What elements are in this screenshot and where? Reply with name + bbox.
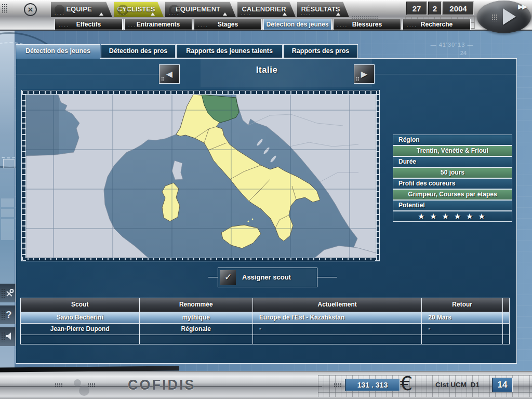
decor-bubble	[79, 385, 89, 396]
header-return: Retour	[422, 298, 503, 312]
previous-country-button[interactable]: ◀	[159, 64, 180, 84]
map-ruler-top	[22, 91, 379, 95]
coord-number: 24	[443, 49, 467, 57]
speaker-icon	[5, 331, 13, 341]
button-dots: ····	[406, 25, 417, 29]
tab-detection-des-pros[interactable]: Détection des pros	[101, 44, 176, 58]
nav-tab-cyclistes[interactable]: CYCLISTES ····	[114, 2, 164, 17]
date-year[interactable]: 2004	[443, 2, 474, 15]
drag-dots	[1, 310, 5, 320]
table-row[interactable]: Jean-Pierre Dupond Régionale - -	[21, 324, 509, 335]
toolbar-detection-des-jeunes[interactable]: Détection des jeunes ····	[263, 19, 331, 30]
table-header-row: Scout Renommée Actuellement Retour	[21, 298, 509, 312]
tools-icon	[5, 288, 14, 297]
info-value-region: Trentin, Vénétie & Frioul	[393, 145, 512, 156]
main-nav-tabs: EQUIPE ···· CYCLISTES ···· EQUIPEMENT ··…	[51, 2, 349, 17]
date-day[interactable]: 27	[406, 2, 427, 15]
euro-icon: €	[400, 372, 413, 395]
toolbar-stages[interactable]: Stages ····	[194, 19, 262, 30]
strip-decor	[1, 209, 14, 217]
info-label-profile: Profil des coureurs	[393, 178, 512, 189]
decor-dots	[55, 383, 63, 388]
scouting-map[interactable]	[21, 90, 380, 261]
close-button[interactable]: ×	[24, 3, 37, 16]
header-renown: Renommée	[140, 298, 254, 312]
drag-dots	[2, 4, 8, 13]
decor-dots	[334, 383, 342, 388]
button-dots	[491, 14, 497, 21]
tab-dots: ····	[54, 12, 65, 17]
scouts-table: Scout Renommée Actuellement Retour Savio…	[20, 298, 510, 344]
scrollbar-track[interactable]	[503, 298, 509, 312]
nav-tab-label: EQUIPEMENT	[176, 5, 220, 13]
tab-marker	[151, 12, 155, 16]
scrollbar-track[interactable]	[503, 335, 509, 344]
check-icon: ✓	[220, 270, 236, 285]
options-button[interactable]	[0, 284, 16, 302]
toolbar-blessures[interactable]: Blessures ····	[333, 19, 401, 30]
region-sardinia[interactable]	[162, 183, 180, 221]
tab-dots: ····	[168, 12, 179, 17]
assign-scout-label: Assigner scout	[242, 268, 317, 287]
next-country-button[interactable]: ▶	[354, 64, 375, 84]
main-panel: Italie ◀ ▶	[16, 58, 517, 364]
nav-tab-label: CALENDRIER	[242, 5, 286, 13]
decor-line	[208, 277, 218, 277]
toolbar-effectifs[interactable]: Effectifs ····	[55, 19, 123, 30]
map-ruler-left	[22, 90, 26, 261]
budget-display: 131 . 313	[345, 379, 400, 391]
date-month[interactable]: 2	[428, 2, 442, 15]
cell-current: Europe de l'Est - Kazahkstan	[253, 312, 422, 323]
table-row-empty	[21, 335, 509, 344]
potential-stars-rating: ★ ★ ★ ★ ★ ★	[393, 211, 512, 222]
fast-forward-button[interactable]: ▶▶	[518, 3, 526, 10]
ranking-position: 14	[492, 378, 513, 392]
cell-scout: Savio Becherini	[21, 312, 140, 323]
nav-tab-equipe[interactable]: EQUIPE ····	[51, 2, 112, 17]
drag-dots	[1, 332, 5, 341]
nav-tab-equipement[interactable]: EQUIPEMENT ····	[165, 2, 236, 17]
sound-button[interactable]	[0, 327, 16, 346]
toolbar-label: Blessures	[352, 21, 382, 28]
fast-forward-icon: ▶▶	[518, 3, 526, 10]
tab-dots: ····	[300, 12, 311, 17]
nav-tab-label: EQUIPE	[66, 5, 91, 13]
decor-bubble	[74, 379, 81, 387]
toolbar-label: Entrainements	[137, 21, 180, 28]
toolbar-label: Stages	[218, 21, 238, 28]
tab-detection-des-jeunes[interactable]: Détection des jeunes	[16, 44, 100, 59]
assign-scout-button[interactable]: ✓ Assigner scout	[218, 268, 317, 287]
table-row[interactable]: Savio Becherini mythique Europe de l'Est…	[21, 312, 509, 324]
chevron-left-icon: ◀	[166, 69, 172, 79]
header-current: Actuellement	[253, 298, 422, 312]
tab-marker	[336, 12, 340, 16]
cell-renown: Régionale	[140, 324, 254, 335]
button-dots: ····	[337, 25, 348, 29]
info-value-profile: Grimpeur, Courses par étapes	[393, 189, 512, 200]
info-label-region: Région	[393, 135, 512, 145]
cell-renown: mythique	[140, 312, 254, 323]
cell-return: 20 Mars	[422, 312, 503, 323]
drag-dots	[1, 288, 5, 298]
scrollbar-track[interactable]	[503, 312, 509, 323]
toolbar-recherche[interactable]: Recherche ····	[403, 19, 471, 30]
header-scout: Scout	[21, 298, 140, 312]
toolbar-entrainements[interactable]: Entrainements ····	[124, 19, 192, 30]
toolbar-label: Effectifs	[76, 21, 101, 28]
decor-dots	[87, 383, 96, 388]
tab-marker	[283, 12, 287, 16]
nav-tab-resultats[interactable]: RÉSULTATS ····	[297, 2, 349, 17]
decor-line	[317, 277, 337, 277]
help-icon: ?	[6, 310, 12, 320]
tab-rapports-des-pros[interactable]: Rapports des pros	[283, 44, 358, 58]
help-button[interactable]: ?	[0, 305, 16, 324]
tab-rapports-jeunes-talents[interactable]: Rapports des jeunes talents	[176, 44, 283, 58]
button-dots	[161, 76, 165, 81]
scrollbar-track[interactable]	[503, 324, 509, 335]
cell-scout: Jean-Pierre Dupond	[21, 324, 140, 335]
info-label-duration: Durée	[393, 156, 512, 167]
button-dots	[356, 76, 360, 81]
nav-tab-calendrier[interactable]: CALENDRIER ····	[237, 2, 296, 17]
country-title: Italie	[16, 65, 517, 75]
tab-marker	[99, 12, 103, 16]
